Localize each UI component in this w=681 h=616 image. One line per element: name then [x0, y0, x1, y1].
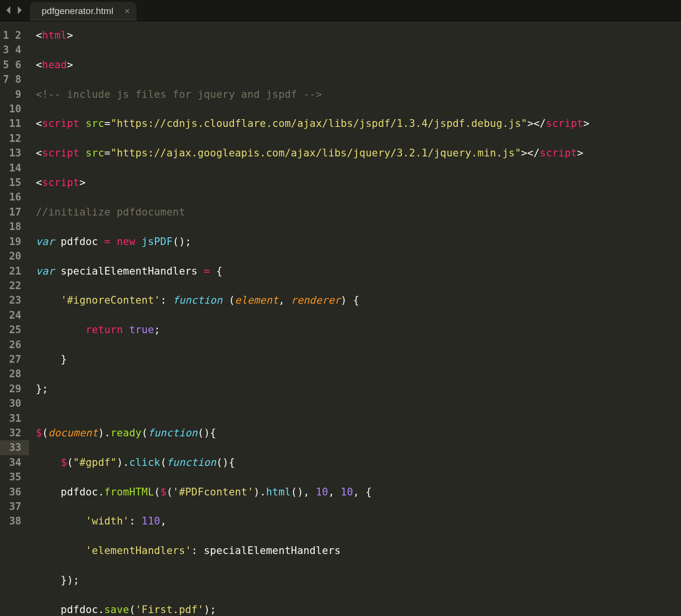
code-line: pdfdoc.save('First.pdf'); [36, 602, 681, 616]
line-number: 29 [9, 383, 21, 395]
code-line: pdfdoc.fromHTML($('#PDFcontent').html(),… [36, 485, 681, 499]
line-number: 38 [9, 515, 21, 527]
line-number: 13 [9, 147, 21, 159]
line-number: 14 [9, 162, 21, 174]
line-number: 25 [9, 324, 21, 336]
code-line: }; [36, 382, 681, 396]
line-number: 18 [9, 221, 21, 232]
line-number: 15 [9, 177, 21, 188]
code-line: $(document).ready(function(){ [36, 426, 681, 440]
line-number: 33 [0, 440, 29, 455]
line-number: 4 [15, 44, 21, 56]
code-line: '#ignoreContent': function (element, ren… [36, 293, 681, 308]
code-line: 'width': 110, [36, 514, 681, 528]
line-number: 37 [9, 501, 21, 512]
line-number: 35 [9, 471, 21, 483]
code-line: return true; [36, 323, 681, 337]
tab-nav-arrows [0, 0, 30, 21]
line-number: 22 [9, 280, 21, 292]
line-number: 2 [15, 30, 21, 41]
line-number: 23 [9, 294, 21, 306]
code-line: //initialize pdfdocument [36, 205, 681, 219]
code-line: 'elementHandlers': specialElementHandler… [36, 543, 681, 558]
line-number: 19 [9, 236, 21, 247]
code-line: } [36, 352, 681, 367]
line-number: 27 [9, 354, 21, 365]
line-number: 28 [9, 368, 21, 380]
code-line: <!-- include js files for jquery and jsp… [36, 87, 681, 102]
line-number: 11 [9, 118, 21, 129]
line-number: 16 [9, 191, 21, 203]
line-number: 17 [9, 206, 21, 218]
code-line: var specialElementHandlers = { [36, 264, 681, 278]
line-number: 21 [9, 265, 21, 277]
code-line: var pdfdoc = new jsPDF(); [36, 234, 681, 249]
line-number: 7 [3, 74, 9, 85]
line-number: 20 [9, 250, 21, 262]
line-number: 30 [9, 398, 21, 409]
code-line: <html> [36, 28, 681, 43]
code-line: <script src="https://ajax.googleapis.com… [36, 146, 681, 160]
line-number: 6 [15, 59, 21, 71]
line-number: 10 [9, 103, 21, 115]
line-number: 36 [9, 486, 21, 498]
line-number: 31 [9, 413, 21, 424]
line-number: 26 [9, 339, 21, 351]
tab-title: pdfgenerator.html [42, 6, 113, 16]
code-line: $("#gpdf").click(function(){ [36, 455, 681, 470]
editor: 1 2 3 4 5 6 7 8 9 10 11 12 13 14 15 16 1… [0, 21, 681, 616]
code-line: <script> [36, 175, 681, 190]
code-line: <head> [36, 58, 681, 72]
nav-forward-icon[interactable] [15, 5, 23, 16]
code-line: <script src="https://cdnjs.cloudflare.co… [36, 116, 681, 131]
line-number: 24 [9, 309, 21, 321]
line-number: 5 [3, 59, 9, 71]
title-bar: pdfgenerator.html × [0, 0, 681, 21]
line-number: 9 [15, 89, 21, 100]
line-number: 12 [9, 133, 21, 144]
line-number: 34 [9, 457, 21, 468]
code-area[interactable]: <html> <head> <!-- include js files for … [29, 21, 681, 616]
tab-close-icon[interactable]: × [124, 7, 130, 15]
line-number: 1 [3, 30, 9, 41]
code-line: }); [36, 573, 681, 587]
line-number: 3 [3, 44, 9, 56]
file-tab[interactable]: pdfgenerator.html × [30, 2, 137, 21]
line-number-gutter: 1 2 3 4 5 6 7 8 9 10 11 12 13 14 15 16 1… [0, 21, 29, 616]
nav-back-icon[interactable] [5, 5, 13, 16]
line-number: 8 [15, 74, 21, 85]
line-number: 32 [9, 427, 21, 439]
